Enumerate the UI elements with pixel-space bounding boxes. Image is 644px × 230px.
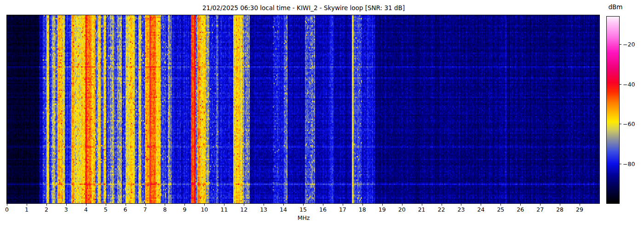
x-tick-mark	[362, 204, 363, 206]
x-tick-label: 29	[576, 206, 583, 213]
x-tick-mark	[323, 204, 323, 206]
colorbar-tick-mark	[620, 84, 621, 85]
x-tick-label: 25	[497, 206, 504, 213]
x-tick-mark	[461, 204, 461, 206]
x-tick-label: 18	[359, 206, 366, 213]
x-tick-mark	[560, 204, 560, 206]
colorbar-unit-label: dBm	[609, 3, 623, 11]
x-tick-label: 5	[104, 206, 108, 213]
x-tick-label: 8	[163, 206, 167, 213]
x-tick-mark	[520, 204, 521, 206]
x-tick-mark	[481, 204, 481, 206]
x-tick-mark	[66, 204, 67, 206]
x-tick-label: 20	[398, 206, 406, 213]
x-tick-label: 21	[418, 206, 426, 213]
x-tick-mark	[244, 204, 244, 206]
x-tick-label: 15	[299, 206, 307, 213]
x-tick-label: 4	[84, 206, 88, 213]
x-axis-label: MHz	[298, 214, 310, 221]
x-tick-label: 12	[240, 206, 247, 213]
x-tick-mark	[303, 204, 304, 206]
x-tick-label: 27	[536, 206, 544, 213]
x-tick-label: 23	[458, 206, 465, 213]
x-tick-label: 24	[477, 206, 484, 213]
x-tick-mark	[165, 204, 165, 206]
plot-frame	[6, 15, 600, 204]
x-tick-mark	[224, 204, 224, 206]
x-tick-mark	[343, 204, 343, 206]
colorbar-tick-label: −20	[623, 41, 635, 48]
x-tick-mark	[46, 204, 47, 206]
x-tick-label: 17	[339, 206, 346, 213]
x-tick-mark	[264, 204, 264, 206]
x-tick-mark	[540, 204, 540, 206]
x-tick-label: 26	[517, 206, 524, 213]
x-tick-mark	[27, 204, 27, 206]
colorbar-tick-label: −80	[623, 160, 635, 167]
x-tick-label: 1	[25, 206, 29, 213]
x-tick-mark	[184, 204, 185, 206]
x-tick-label: 7	[144, 206, 147, 213]
colorbar-canvas	[607, 17, 619, 203]
x-tick-label: 19	[379, 206, 386, 213]
x-tick-mark	[204, 204, 205, 206]
spectrogram-figure: 21/02/2025 06:30 local time - KIWI_2 - S…	[0, 0, 644, 230]
x-tick-mark	[106, 204, 106, 206]
x-tick-mark	[145, 204, 146, 206]
x-tick-label: 6	[124, 206, 127, 213]
x-tick-label: 2	[45, 206, 48, 213]
x-tick-label: 16	[319, 206, 327, 213]
colorbar-tick-label: −60	[623, 121, 635, 127]
colorbar-tick-mark	[620, 164, 621, 164]
x-tick-label: 3	[64, 206, 68, 213]
spectrogram-canvas	[7, 15, 599, 203]
colorbar-frame	[606, 16, 620, 204]
x-tick-label: 13	[260, 206, 267, 213]
x-tick-label: 22	[438, 206, 445, 213]
chart-title: 21/02/2025 06:30 local time - KIWI_2 - S…	[202, 4, 405, 12]
x-tick-label: 11	[220, 206, 228, 213]
x-tick-label: 28	[556, 206, 564, 213]
x-tick-label: 0	[5, 206, 9, 213]
colorbar-tick-mark	[620, 44, 621, 45]
colorbar-tick-mark	[620, 124, 621, 124]
x-tick-mark	[7, 204, 7, 206]
x-tick-mark	[422, 204, 422, 206]
x-tick-mark	[283, 204, 284, 206]
x-tick-mark	[580, 204, 580, 206]
x-tick-mark	[402, 204, 402, 206]
x-tick-mark	[86, 204, 86, 206]
x-tick-mark	[500, 204, 501, 206]
x-tick-label: 9	[183, 206, 186, 213]
x-tick-mark	[442, 204, 442, 206]
x-tick-label: 10	[201, 206, 208, 213]
x-tick-mark	[382, 204, 383, 206]
x-tick-label: 14	[280, 206, 287, 213]
x-tick-mark	[126, 204, 126, 206]
colorbar-tick-label: −40	[623, 80, 635, 87]
